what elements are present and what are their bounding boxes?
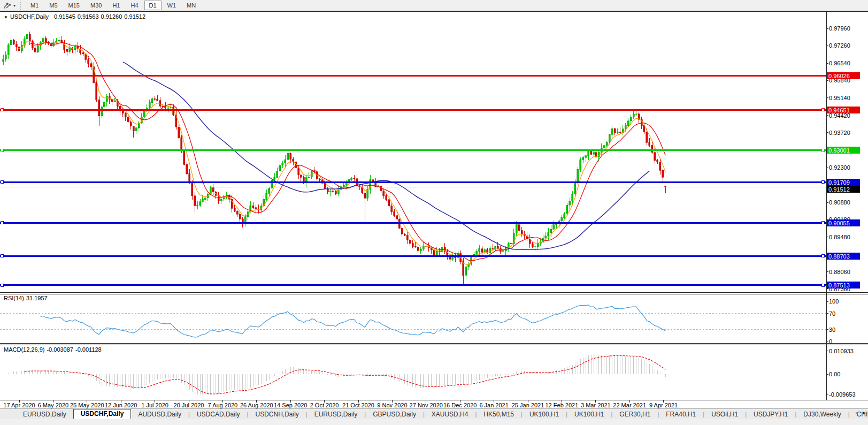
timeframe-buttons: M1M5M15M30H1H4D1W1MN — [25, 1, 201, 10]
price-chart-canvas[interactable]: 0.979600.972600.965400.958400.951400.944… — [0, 11, 868, 408]
date-axis-label: 26 Aug 2020 — [240, 402, 273, 408]
collapse-indicator-icon[interactable]: ▼ — [4, 15, 8, 20]
price-axis-tick: 0.90880 — [829, 199, 850, 206]
chart-tab-uk100-h1[interactable]: UK100,H1 — [523, 409, 566, 419]
toolbar-grip[interactable] — [20, 2, 21, 10]
timeframe-button-h4[interactable]: H4 — [126, 1, 143, 10]
price-axis-tick: 0.95140 — [829, 95, 850, 101]
price-axis-tick: 0.97260 — [829, 42, 850, 49]
macd-axis-tick: -0.009653 — [829, 391, 856, 398]
trading-terminal-window: ▾ M1M5M15M30H1H4D1W1MN ▼USDCHF,Daily0.91… — [0, 0, 868, 425]
date-axis-label: 6 Jan 2021 — [479, 402, 508, 408]
chart-tab-usdcad-daily[interactable]: USDCAD,Daily — [190, 409, 247, 419]
timeframe-button-m15[interactable]: M15 — [64, 1, 85, 10]
date-axis-label: 16 Dec 2020 — [443, 402, 477, 408]
timeframe-button-m30[interactable]: M30 — [86, 1, 106, 10]
price-axis-tick: 0.88060 — [829, 269, 850, 275]
price-level-label: 0.88703 — [828, 253, 850, 260]
price-axis-tick: 0.89480 — [829, 234, 850, 240]
ohlc-low: 0.91260 — [101, 13, 122, 20]
date-axis-label: 9 Apr 2021 — [649, 402, 678, 408]
date-axis-label: 25 Jan 2021 — [512, 402, 544, 408]
bottom-strip — [0, 419, 868, 425]
date-axis-label: 22 Mar 2021 — [613, 402, 646, 408]
macd-signal-value: -0.001128 — [75, 346, 102, 353]
chart-tab-gbpusd-daily[interactable]: GBPUSD,Daily — [366, 409, 423, 419]
price-axis-tick: 0.92300 — [829, 164, 850, 171]
tab-scroll-buttons: ◄ ► — [854, 411, 866, 415]
timeframe-button-m5[interactable]: M5 — [44, 1, 62, 10]
price-level-label: 0.91512 — [828, 186, 850, 193]
price-axis-tick: 0.93720 — [829, 130, 850, 136]
price-level-label: 0.87513 — [828, 282, 850, 289]
price-level-label: 0.91709 — [828, 179, 850, 186]
price-level-label: 0.96026 — [828, 73, 850, 79]
rsi-value: 31.1957 — [26, 295, 48, 301]
chart-symbol-label: USDCHF,Daily — [10, 13, 49, 20]
macd-main-value: -0.003087 — [47, 346, 73, 353]
rsi-indicator-label: RSI(14)31.1957 — [4, 295, 50, 301]
timeframe-button-h1[interactable]: H1 — [107, 1, 125, 10]
rsi-name: RSI(14) — [4, 295, 24, 301]
timeframe-button-w1[interactable]: W1 — [163, 1, 181, 10]
price-level-label: 0.93001 — [828, 147, 850, 154]
chart-tab-audusd-daily[interactable]: AUDUSD,Daily — [131, 409, 188, 419]
date-axis-label: 27 Nov 2020 — [410, 402, 443, 408]
rsi-axis-tick: 100 — [829, 298, 839, 305]
price-level-label: 0.90055 — [828, 220, 850, 226]
date-axis-label: 17 Apr 2020 — [3, 402, 35, 408]
rsi-axis-tick: 30 — [829, 327, 835, 333]
ohlc-high: 0.91563 — [78, 13, 99, 20]
macd-indicator-label: MACD(12,26,9)-0.003087-0.001128 — [4, 346, 104, 353]
ohlc-open: 0.91545 — [54, 13, 75, 20]
chart-tab-eurusd-daily[interactable]: EURUSD,Daily — [308, 409, 365, 419]
ohlc-close: 0.91512 — [124, 13, 145, 20]
chart-title: ▼USDCHF,Daily0.915450.915630.912600.9151… — [4, 13, 148, 20]
chevron-down-icon[interactable]: ▾ — [13, 3, 16, 8]
price-axis-tick: 0.97960 — [829, 25, 850, 32]
timeframe-button-mn[interactable]: MN — [182, 1, 201, 10]
tab-scroll-left-icon[interactable]: ◄ — [854, 411, 858, 415]
date-axis-label: 9 Nov 2020 — [377, 402, 407, 408]
macd-name: MACD(12,26,9) — [4, 346, 44, 353]
chart-background — [0, 11, 868, 408]
rsi-axis-tick: 70 — [829, 310, 835, 317]
chart-tab-eurusd-daily[interactable]: EURUSD,Daily — [16, 409, 73, 419]
date-axis-label: 3 Mar 2021 — [581, 402, 611, 408]
rsi-axis-tick: 0 — [829, 338, 832, 345]
date-axis-label: 21 Oct 2020 — [342, 402, 374, 408]
chart-tab-ger30-h1[interactable]: GER30,H1 — [612, 409, 657, 419]
chart-tab-usoil-h1[interactable]: USOil,H1 — [704, 409, 745, 419]
chart-tab-fra40-h1[interactable]: FRA40,H1 — [659, 409, 703, 419]
date-axis-label: 25 May 2020 — [70, 402, 104, 408]
macd-axis-tick: 0.010933 — [829, 348, 854, 354]
date-axis-label: 20 Jul 2020 — [174, 402, 204, 408]
chart-tab-xauusd-h4[interactable]: XAUUSD,H4 — [425, 409, 475, 419]
draw-cursor-icon[interactable] — [2, 1, 13, 10]
chart-tab-usdchf-daily[interactable]: USDCHF,Daily — [73, 409, 132, 419]
tab-scroll-right-icon[interactable]: ► — [862, 411, 866, 415]
chart-tab-dj30-weekly[interactable]: DJ30,Weekly — [796, 409, 848, 419]
price-level-label: 0.94651 — [828, 107, 850, 113]
chart-tab-usdcnh-daily[interactable]: USDCNH,Daily — [248, 409, 305, 419]
timeframe-button-m1[interactable]: M1 — [26, 1, 43, 10]
date-axis-label: 2 Oct 2020 — [310, 402, 339, 408]
date-axis-label: 14 Sep 2020 — [274, 402, 307, 408]
date-axis-label: 12 Feb 2021 — [546, 402, 579, 408]
chart-tab-uk100-h1[interactable]: UK100,H1 — [567, 409, 611, 419]
date-axis-label: 12 Jun 2020 — [105, 402, 137, 408]
chart-tab-usdjpy-h1[interactable]: USDJPY,H1 — [747, 409, 795, 419]
timeframe-toolbar: ▾ M1M5M15M30H1H4D1W1MN — [0, 0, 868, 11]
macd-axis-tick: 0.00 — [829, 371, 840, 377]
timeframe-button-d1[interactable]: D1 — [144, 1, 162, 10]
chart-tab-bar: EURUSD,DailyUSDCHF,DailyAUDUSD,Daily|USD… — [0, 408, 868, 419]
date-axis-label: 7 Aug 2020 — [208, 402, 238, 408]
date-axis-label: 1 Jul 2020 — [141, 402, 168, 408]
date-axis-label: 6 May 2020 — [38, 402, 68, 408]
price-axis-tick: 0.96540 — [829, 60, 850, 66]
chart-tab-hk50-m15[interactable]: HK50,M15 — [477, 409, 521, 419]
